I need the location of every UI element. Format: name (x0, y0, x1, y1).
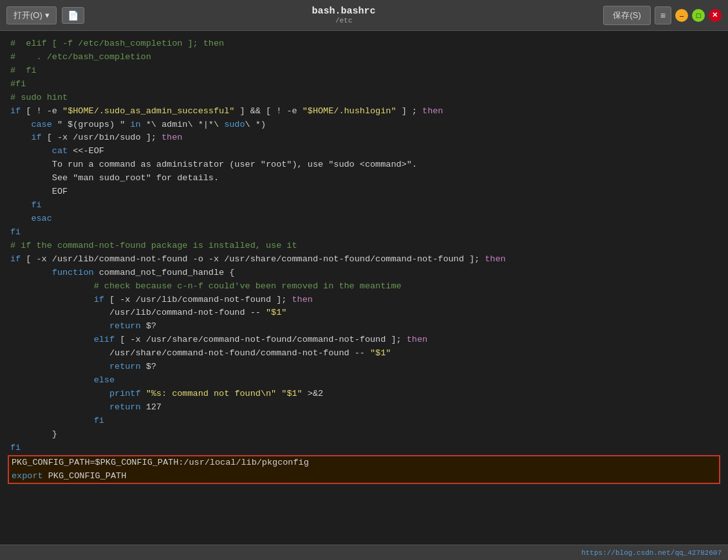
code-line: if [ -x /usr/lib/command-not-found ]; th… (10, 294, 718, 307)
code-line: # check because c-n-f could've been remo… (10, 280, 718, 294)
code-line: if [ -x /usr/lib/command-not-found -o -x… (10, 253, 718, 266)
close-button[interactable]: ✕ (709, 9, 722, 22)
code-line: fi (10, 199, 718, 212)
document-icon-button[interactable]: 📄 (62, 7, 84, 24)
minimize-button[interactable]: – (675, 9, 688, 22)
save-button[interactable]: 保存(S) (603, 6, 650, 25)
code-line: EOF (10, 185, 718, 199)
titlebar-right: 保存(S) ≡ – □ ✕ (603, 6, 722, 25)
code-line: # sudo hint (10, 91, 718, 105)
open-dropdown-icon: ▾ (45, 10, 50, 20)
titlebar-center: bash.bashrc /etc (312, 6, 376, 24)
code-line: case " $(groups) " in *\ admin\ *|*\ sud… (10, 118, 718, 132)
editor[interactable]: # elif [ -f /etc/bash_completion ]; then… (0, 31, 728, 545)
code-line: } (10, 428, 718, 442)
code-line: printf "%s: command not found\n" "$1" >&… (10, 387, 718, 401)
code-line: fi (10, 442, 718, 455)
open-label: 打开(O) (14, 10, 42, 21)
titlebar: 打开(O) ▾ 📄 bash.bashrc /etc 保存(S) ≡ – □ ✕ (0, 0, 728, 31)
code-line: elif [ -x /usr/share/command-not-found/c… (10, 333, 718, 347)
code-line: /usr/lib/command-not-found -- "$1" (10, 306, 718, 320)
statusbar-link[interactable]: https://blog.csdn.net/qq_42782607 (581, 549, 722, 557)
code-line: # elif [ -f /etc/bash_completion ]; then (10, 37, 718, 51)
code-line: fi (10, 415, 718, 428)
file-name: bash.bashrc (312, 6, 376, 17)
code-line: /usr/share/command-not-found/command-not… (10, 347, 718, 360)
maximize-button[interactable]: □ (692, 9, 705, 22)
menu-button[interactable]: ≡ (655, 6, 671, 24)
code-line: else (10, 374, 718, 387)
code-line: # fi (10, 64, 718, 78)
code-line: To run a command as administrator (user … (10, 158, 718, 172)
code-line: # if the command-not-found package is in… (10, 239, 718, 253)
file-path: /etc (312, 17, 376, 24)
code-line: PKG_CONFIG_PATH=$PKG_CONFIG_PATH:/usr/lo… (12, 456, 716, 470)
code-line: return $? (10, 320, 718, 333)
open-button[interactable]: 打开(O) ▾ (6, 6, 57, 24)
highlighted-code-block: PKG_CONFIG_PATH=$PKG_CONFIG_PATH:/usr/lo… (8, 455, 720, 485)
code-line: export PKG_CONFIG_PATH (12, 470, 716, 483)
code-line: if [ -x /usr/bin/sudo ]; then (10, 131, 718, 145)
code-line: fi (10, 226, 718, 239)
code-line: if [ ! -e "$HOME/.sudo_as_admin_successf… (10, 105, 718, 118)
code-line: return 127 (10, 401, 718, 415)
code-line: return $? (10, 360, 718, 374)
code-line: #fi (10, 78, 718, 91)
code-line: esac (10, 212, 718, 226)
statusbar: https://blog.csdn.net/qq_42782607 (0, 545, 728, 560)
code-line: function command_not_found_handle { (10, 266, 718, 280)
code-line: # . /etc/bash_completion (10, 51, 718, 64)
titlebar-left: 打开(O) ▾ 📄 (6, 6, 84, 24)
code-line: See "man sudo_root" for details. (10, 172, 718, 185)
code-line: cat <<-EOF (10, 145, 718, 158)
